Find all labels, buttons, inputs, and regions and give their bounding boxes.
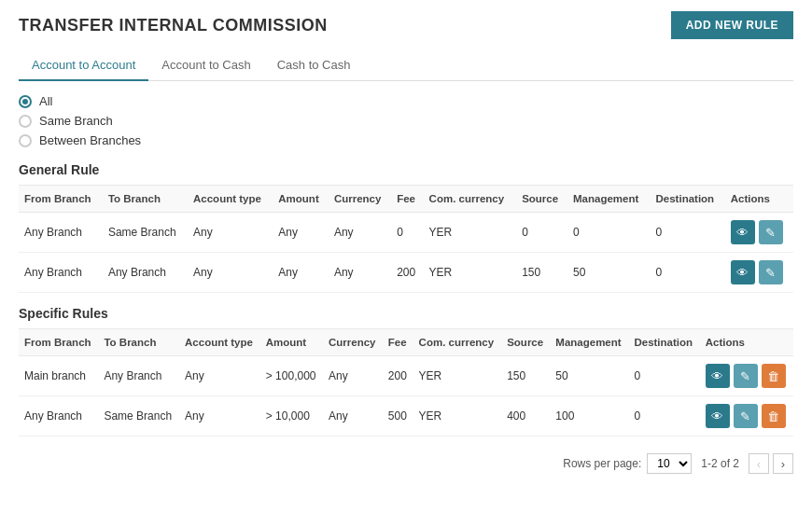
cell-currency: Any xyxy=(329,253,391,293)
cell-to-branch: Same Branch xyxy=(103,213,188,253)
col-source-s: Source xyxy=(501,329,550,356)
cell-account-type: Any xyxy=(188,213,273,253)
tab-account-to-account[interactable]: Account to Account xyxy=(19,50,148,81)
specific-rules-header-row: From Branch To Branch Account type Amoun… xyxy=(19,329,793,356)
cell-from-branch: Any Branch xyxy=(19,396,98,437)
radio-same-branch-icon xyxy=(19,115,32,128)
tab-cash-to-cash[interactable]: Cash to Cash xyxy=(264,50,364,81)
col-amount-s: Amount xyxy=(260,329,323,356)
rows-per-page-select[interactable]: 10 25 50 xyxy=(647,453,692,474)
col-account-type: Account type xyxy=(188,186,273,213)
cell-management: 50 xyxy=(550,356,628,396)
edit-button[interactable]: ✎ xyxy=(734,364,758,388)
cell-from-branch: Any Branch xyxy=(19,253,103,293)
cell-fee: 0 xyxy=(391,213,423,253)
view-button[interactable]: 👁 xyxy=(731,260,755,284)
view-button[interactable]: 👁 xyxy=(731,220,755,244)
filter-radio-group: All Same Branch Between Branches xyxy=(19,94,793,147)
cell-from-branch: Main branch xyxy=(19,356,98,396)
filter-all[interactable]: All xyxy=(19,94,793,108)
cell-actions: 👁 ✎ xyxy=(725,213,793,253)
general-rule-header-row: From Branch To Branch Account type Amoun… xyxy=(19,186,793,213)
col-destination-s: Destination xyxy=(628,329,699,356)
table-row: Any Branch Any Branch Any Any Any 200 YE… xyxy=(19,253,793,293)
col-com-currency: Com. currency xyxy=(424,186,517,213)
col-currency-s: Currency xyxy=(323,329,383,356)
edit-button[interactable]: ✎ xyxy=(759,260,783,284)
col-amount: Amount xyxy=(273,186,329,213)
cell-com-currency: YER xyxy=(413,356,502,396)
col-management: Management xyxy=(567,186,651,213)
page-header: TRANSFER INTERNAL COMMISSION ADD NEW RUL… xyxy=(19,11,793,39)
cell-to-branch: Same Branch xyxy=(98,396,179,437)
cell-fee: 200 xyxy=(383,356,413,396)
cell-source: 400 xyxy=(501,396,550,437)
tabs-bar: Account to Account Account to Cash Cash … xyxy=(19,50,793,81)
cell-actions: 👁 ✎ 🗑 xyxy=(700,396,793,437)
cell-destination: 0 xyxy=(628,356,699,396)
page-title: TRANSFER INTERNAL COMMISSION xyxy=(19,16,328,35)
col-account-type-s: Account type xyxy=(179,329,260,356)
cell-management: 50 xyxy=(567,253,651,293)
cell-amount: > 10,000 xyxy=(260,396,323,437)
add-new-rule-button[interactable]: ADD NEW RULE xyxy=(671,11,793,39)
cell-currency: Any xyxy=(323,356,383,396)
col-from-branch-s: From Branch xyxy=(19,329,98,356)
edit-button[interactable]: ✎ xyxy=(734,404,758,428)
cell-com-currency: YER xyxy=(424,253,517,293)
cell-com-currency: YER xyxy=(413,396,502,437)
specific-rules-table: From Branch To Branch Account type Amoun… xyxy=(19,328,793,437)
col-actions: Actions xyxy=(725,186,793,213)
cell-amount: Any xyxy=(273,213,329,253)
radio-between-branches-icon xyxy=(19,134,32,147)
col-management-s: Management xyxy=(550,329,628,356)
edit-button[interactable]: ✎ xyxy=(759,220,783,244)
page-info: 1-2 of 2 xyxy=(701,457,739,470)
table-row: Any Branch Same Branch Any Any Any 0 YER… xyxy=(19,213,793,253)
cell-amount: Any xyxy=(273,253,329,293)
page-navigation: ‹ › xyxy=(749,453,793,474)
cell-fee: 200 xyxy=(391,253,423,293)
cell-to-branch: Any Branch xyxy=(103,253,188,293)
cell-currency: Any xyxy=(329,213,391,253)
prev-page-button[interactable]: ‹ xyxy=(749,453,769,474)
col-source: Source xyxy=(516,186,567,213)
rows-per-page-group: Rows per page: 10 25 50 xyxy=(563,453,692,474)
general-rule-title: General Rule xyxy=(19,162,793,177)
view-button[interactable]: 👁 xyxy=(706,404,730,428)
delete-button[interactable]: 🗑 xyxy=(762,364,786,388)
col-fee-s: Fee xyxy=(383,329,413,356)
col-actions-s: Actions xyxy=(700,329,793,356)
cell-source: 150 xyxy=(501,356,550,396)
cell-management: 100 xyxy=(550,396,628,437)
col-currency: Currency xyxy=(329,186,391,213)
table-row: Any Branch Same Branch Any > 10,000 Any … xyxy=(19,396,793,437)
cell-source: 0 xyxy=(516,213,567,253)
filter-between-branches[interactable]: Between Branches xyxy=(19,133,793,147)
cell-management: 0 xyxy=(567,213,651,253)
radio-all-icon xyxy=(19,95,32,108)
col-to-branch-s: To Branch xyxy=(98,329,179,356)
cell-currency: Any xyxy=(323,396,383,437)
cell-destination: 0 xyxy=(651,253,725,293)
cell-actions: 👁 ✎ 🗑 xyxy=(700,356,793,396)
cell-actions: 👁 ✎ xyxy=(725,253,793,293)
cell-destination: 0 xyxy=(651,213,725,253)
cell-com-currency: YER xyxy=(424,213,517,253)
general-rule-table: From Branch To Branch Account type Amoun… xyxy=(19,185,793,293)
filter-same-branch[interactable]: Same Branch xyxy=(19,114,793,128)
cell-account-type: Any xyxy=(179,396,260,437)
delete-button[interactable]: 🗑 xyxy=(762,404,786,428)
col-from-branch: From Branch xyxy=(19,186,103,213)
col-destination: Destination xyxy=(651,186,725,213)
cell-to-branch: Any Branch xyxy=(98,356,179,396)
cell-from-branch: Any Branch xyxy=(19,213,103,253)
col-com-currency-s: Com. currency xyxy=(413,329,502,356)
cell-account-type: Any xyxy=(188,253,273,293)
next-page-button[interactable]: › xyxy=(773,453,793,474)
cell-account-type: Any xyxy=(179,356,260,396)
col-fee: Fee xyxy=(391,186,423,213)
view-button[interactable]: 👁 xyxy=(706,364,730,388)
tab-account-to-cash[interactable]: Account to Cash xyxy=(148,50,263,81)
rows-per-page-label: Rows per page: xyxy=(563,457,641,470)
